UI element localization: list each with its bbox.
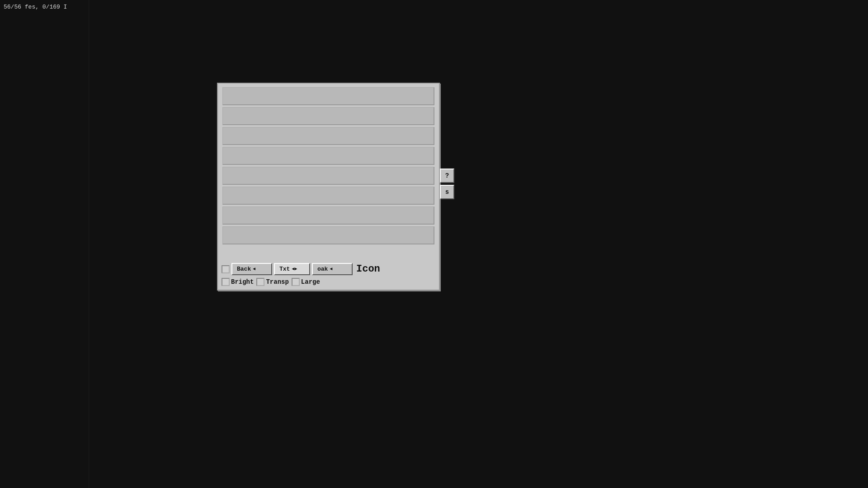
- controls-row-2: Bright Transp Large: [222, 278, 435, 286]
- transp-checkbox[interactable]: [256, 278, 264, 286]
- list-item[interactable]: [222, 226, 434, 244]
- list-item[interactable]: [222, 187, 434, 205]
- bright-checkbox[interactable]: [222, 278, 230, 286]
- bright-group: Bright: [222, 278, 254, 286]
- back-arrow-icon: ◄: [253, 267, 255, 272]
- list-item[interactable]: [222, 87, 434, 105]
- hud-display: 56/56 fes, 0/169 I: [4, 4, 67, 10]
- list-item[interactable]: [222, 107, 434, 125]
- large-group: Large: [292, 278, 320, 286]
- back-button[interactable]: Back ◄: [231, 263, 272, 275]
- list-item[interactable]: [222, 167, 434, 185]
- large-checkbox[interactable]: [292, 278, 300, 286]
- list-item[interactable]: [222, 147, 434, 165]
- controls-area: Back ◄ Txt ◄► oak ◄ Icon Bright Transp: [222, 263, 435, 286]
- oak-arrow-icon: ◄: [330, 267, 332, 272]
- icon-label: Icon: [356, 263, 380, 275]
- txt-arrow-icon: ◄►: [292, 267, 297, 272]
- main-checkbox[interactable]: [222, 265, 230, 273]
- list-item[interactable]: [222, 206, 434, 225]
- large-label: Large: [301, 278, 320, 286]
- transp-label: Transp: [266, 278, 288, 286]
- left-strip-decoration: [88, 0, 90, 488]
- dialog-panel: Back ◄ Txt ◄► oak ◄ Icon Bright Transp: [217, 83, 440, 291]
- oak-label: oak: [317, 266, 328, 272]
- controls-row-1: Back ◄ Txt ◄► oak ◄ Icon: [222, 263, 435, 275]
- help-button[interactable]: ?: [440, 169, 454, 183]
- txt-label: Txt: [279, 266, 290, 272]
- side-buttons: ? s: [440, 169, 454, 199]
- oak-button[interactable]: oak ◄: [312, 263, 353, 275]
- transp-group: Transp: [256, 278, 288, 286]
- list-area: [218, 84, 439, 250]
- s-button[interactable]: s: [440, 185, 454, 199]
- list-item[interactable]: [222, 127, 434, 145]
- bright-label: Bright: [231, 278, 254, 286]
- txt-button[interactable]: Txt ◄►: [274, 263, 310, 275]
- back-label: Back: [237, 266, 251, 272]
